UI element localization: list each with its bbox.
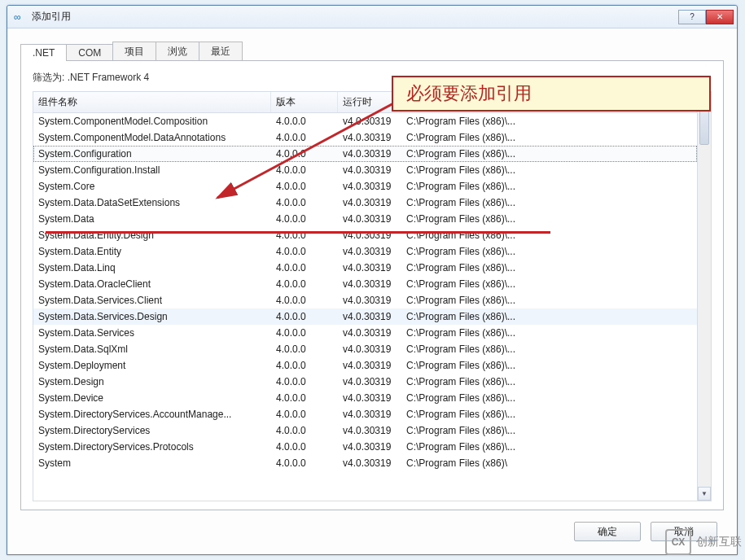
table-row[interactable]: System.Data4.0.0.0v4.0.30319C:\Program F… — [33, 211, 697, 227]
col-version[interactable]: 版本 — [271, 92, 338, 112]
assembly-grid[interactable]: 组件名称 版本 运行时 路径 System.ComponentModel.Com… — [33, 92, 697, 501]
cell-name: System — [33, 455, 271, 471]
cell-version: 4.0.0.0 — [271, 455, 338, 471]
cell-version: 4.0.0.0 — [271, 113, 338, 129]
cell-path: C:\Program Files (x86)\... — [401, 195, 697, 211]
cell-name: System.Data.Services.Design — [33, 308, 271, 325]
annotation-callout: 必须要添加引用 — [392, 76, 711, 112]
table-row[interactable]: System.Deployment4.0.0.0v4.0.30319C:\Pro… — [33, 357, 697, 374]
table-row[interactable]: System.Core4.0.0.0v4.0.30319C:\Program F… — [33, 178, 697, 195]
table-row[interactable]: System.Device4.0.0.0v4.0.30319C:\Program… — [33, 390, 697, 406]
scroll-thumb[interactable] — [699, 106, 709, 145]
close-button[interactable]: ✕ — [706, 10, 734, 24]
tab-最近[interactable]: 最近 — [199, 42, 243, 61]
table-row[interactable]: System.Configuration.Install4.0.0.0v4.0.… — [33, 162, 697, 178]
cell-name: System.Data.Entity — [33, 243, 271, 260]
cell-version: 4.0.0.0 — [271, 178, 338, 195]
cell-path: C:\Program Files (x86)\... — [401, 276, 697, 292]
table-row[interactable]: System.Configuration4.0.0.0v4.0.30319C:\… — [33, 146, 697, 162]
tab-net[interactable]: .NET — [20, 44, 67, 61]
cell-name: System.Device — [33, 390, 271, 406]
content-area: .NETCOM项目浏览最近 筛选为: .NET Framework 4 组件名称… — [7, 28, 737, 554]
table-row[interactable]: System.Data.Services4.0.0.0v4.0.30319C:\… — [33, 325, 697, 341]
watermark-logo: CX — [665, 529, 691, 555]
cell-name: System.Data.Entity.Design — [33, 227, 271, 243]
scroll-down-button[interactable]: ▼ — [698, 487, 711, 501]
cell-version: 4.0.0.0 — [271, 129, 338, 146]
cell-runtime: v4.0.30319 — [338, 357, 401, 374]
ok-button[interactable]: 确定 — [574, 522, 641, 541]
help-button[interactable]: ? — [678, 10, 706, 24]
cell-version: 4.0.0.0 — [271, 308, 338, 325]
annotation-text: 必须要添加引用 — [406, 81, 532, 106]
cell-path: C:\Program Files (x86)\... — [401, 325, 697, 341]
table-row[interactable]: System.Data.Services.Design4.0.0.0v4.0.3… — [33, 308, 697, 325]
cell-name: System.Data.SqlXml — [33, 341, 271, 357]
cell-runtime: v4.0.30319 — [338, 390, 401, 406]
table-row[interactable]: System.Data.Services.Client4.0.0.0v4.0.3… — [33, 292, 697, 308]
cell-runtime: v4.0.30319 — [338, 276, 401, 292]
cell-path: C:\Program Files (x86)\... — [401, 227, 697, 243]
col-name[interactable]: 组件名称 — [33, 92, 271, 112]
cell-runtime: v4.0.30319 — [338, 455, 401, 471]
table-row[interactable]: System.Data.Linq4.0.0.0v4.0.30319C:\Prog… — [33, 260, 697, 276]
tab-项目[interactable]: 项目 — [112, 42, 156, 61]
cell-version: 4.0.0.0 — [271, 211, 338, 227]
cell-version: 4.0.0.0 — [271, 325, 338, 341]
table-row[interactable]: System.Data.Entity4.0.0.0v4.0.30319C:\Pr… — [33, 243, 697, 260]
cell-path: C:\Program Files (x86)\... — [401, 357, 697, 374]
cell-name: System.ComponentModel.DataAnnotations — [33, 129, 271, 146]
table-row[interactable]: System.Design4.0.0.0v4.0.30319C:\Program… — [33, 374, 697, 390]
cell-runtime: v4.0.30319 — [338, 341, 401, 357]
cell-version: 4.0.0.0 — [271, 390, 338, 406]
table-row[interactable]: System.ComponentModel.Composition4.0.0.0… — [33, 113, 697, 129]
cell-runtime: v4.0.30319 — [338, 406, 401, 422]
cell-path: C:\Program Files (x86)\... — [401, 439, 697, 455]
table-row[interactable]: System.DirectoryServices.AccountManage..… — [33, 406, 697, 422]
cell-runtime: v4.0.30319 — [338, 195, 401, 211]
cell-runtime: v4.0.30319 — [338, 162, 401, 178]
annotation-underline — [46, 231, 550, 234]
window-title: 添加引用 — [32, 10, 678, 24]
table-row[interactable]: System.Data.SqlXml4.0.0.0v4.0.30319C:\Pr… — [33, 341, 697, 357]
table-row[interactable]: System.Data.Entity.Design4.0.0.0v4.0.303… — [33, 227, 697, 243]
cell-runtime: v4.0.30319 — [338, 308, 401, 325]
cell-version: 4.0.0.0 — [271, 195, 338, 211]
table-row[interactable]: System.Data.DataSetExtensions4.0.0.0v4.0… — [33, 195, 697, 211]
tab-panel: 筛选为: .NET Framework 4 组件名称 版本 运行时 路径 Sys… — [20, 60, 724, 510]
titlebar[interactable]: ∞ 添加引用 ? ✕ — [7, 6, 737, 28]
table-row[interactable]: System.ComponentModel.DataAnnotations4.0… — [33, 129, 697, 146]
watermark-text: 创新互联 — [696, 535, 742, 549]
cell-name: System.Configuration.Install — [33, 162, 271, 178]
cell-version: 4.0.0.0 — [271, 374, 338, 390]
cell-name: System.Data.DataSetExtensions — [33, 195, 271, 211]
cell-runtime: v4.0.30319 — [338, 422, 401, 439]
cell-path: C:\Program Files (x86)\... — [401, 129, 697, 146]
cell-path: C:\Program Files (x86)\... — [401, 406, 697, 422]
cell-name: System.DirectoryServices.AccountManage..… — [33, 406, 271, 422]
cell-runtime: v4.0.30319 — [338, 146, 401, 162]
table-row[interactable]: System.DirectoryServices.Protocols4.0.0.… — [33, 439, 697, 455]
vertical-scrollbar[interactable]: ▲ ▼ — [697, 92, 711, 501]
cell-runtime: v4.0.30319 — [338, 292, 401, 308]
cell-name: System.Data — [33, 211, 271, 227]
cell-name: System.ComponentModel.Composition — [33, 113, 271, 129]
cell-name: System.Deployment — [33, 357, 271, 374]
cell-version: 4.0.0.0 — [271, 422, 338, 439]
cell-name: System.Data.Linq — [33, 260, 271, 276]
cell-version: 4.0.0.0 — [271, 357, 338, 374]
grid-wrap: 组件名称 版本 运行时 路径 System.ComponentModel.Com… — [33, 91, 712, 501]
cell-version: 4.0.0.0 — [271, 406, 338, 422]
app-icon: ∞ — [14, 11, 27, 24]
table-row[interactable]: System.DirectoryServices4.0.0.0v4.0.3031… — [33, 422, 697, 439]
table-row[interactable]: System4.0.0.0v4.0.30319C:\Program Files … — [33, 455, 697, 471]
tab-浏览[interactable]: 浏览 — [156, 42, 199, 61]
cell-runtime: v4.0.30319 — [338, 129, 401, 146]
cell-path: C:\Program Files (x86)\ — [401, 455, 697, 471]
cell-name: System.Data.Services.Client — [33, 292, 271, 308]
cell-name: System.Data.OracleClient — [33, 276, 271, 292]
cell-version: 4.0.0.0 — [271, 162, 338, 178]
tab-com[interactable]: COM — [66, 44, 113, 61]
table-row[interactable]: System.Data.OracleClient4.0.0.0v4.0.3031… — [33, 276, 697, 292]
cell-name: System.DirectoryServices.Protocols — [33, 439, 271, 455]
